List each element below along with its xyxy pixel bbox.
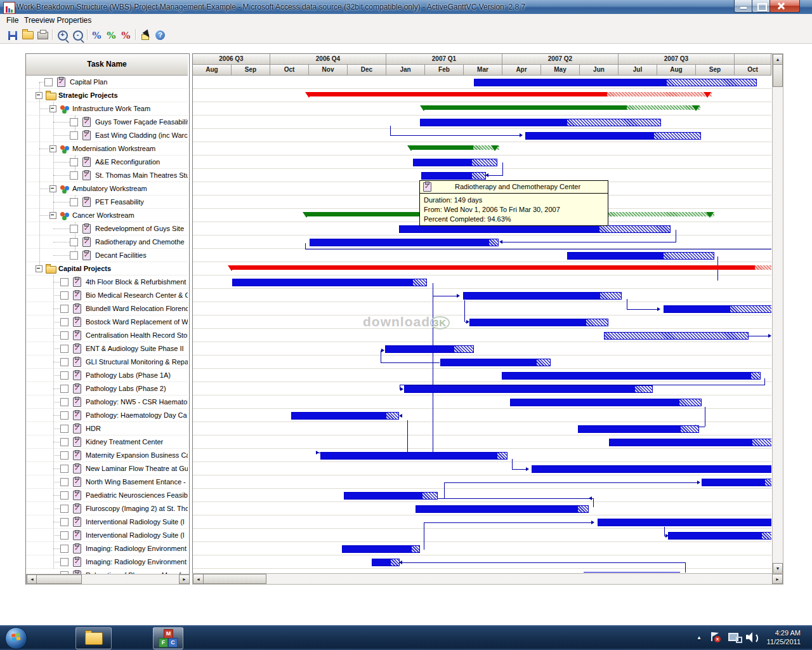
task-row[interactable]: PET Feasability (26, 196, 188, 209)
task-row[interactable]: 4th Floor Block & Refurbishment (26, 275, 188, 289)
task-checkbox[interactable] (60, 491, 69, 500)
gantt-vscroll-thumb[interactable] (773, 64, 783, 87)
task-row[interactable]: Modernisation Workstream (26, 142, 188, 156)
gantt-task-bar[interactable] (421, 172, 486, 180)
gantt-task-bar[interactable] (510, 399, 702, 406)
gantt-task-bar[interactable] (420, 119, 661, 126)
task-checkbox[interactable] (60, 531, 69, 540)
print-button[interactable] (36, 28, 50, 43)
help-button[interactable]: ? (153, 28, 167, 43)
gantt-task-bar[interactable] (385, 345, 474, 353)
task-row[interactable]: Interventional Radiology Suite (I (26, 515, 188, 529)
task-row[interactable]: Relocation of Pharmacy Manufact (26, 569, 188, 574)
gantt-task-bar[interactable] (416, 505, 589, 513)
open-button[interactable] (20, 28, 35, 43)
save-button[interactable] (5, 28, 20, 43)
task-row[interactable]: North Wing Basement Entance - F (26, 475, 188, 489)
task-row[interactable]: East Wing Cladding (inc Warc (26, 129, 188, 142)
action-center-flag-icon[interactable]: x (710, 632, 722, 643)
gantt-summary-bar[interactable] (309, 92, 712, 96)
task-row[interactable]: Imaging: Radiology Environment (26, 542, 188, 555)
task-row[interactable]: A&E Reconfiguration (26, 156, 188, 169)
gantt-task-bar[interactable] (469, 319, 608, 326)
task-row[interactable]: Infrastructure Work Team (26, 102, 188, 116)
task-checkbox[interactable] (60, 465, 69, 473)
percent-complete-blue-button[interactable]: % (89, 28, 104, 43)
task-row[interactable]: ENT & Audiology Suite Phase II (26, 342, 188, 355)
task-checkbox[interactable] (70, 198, 78, 206)
gantt-task-bar[interactable] (399, 225, 671, 233)
gantt-task-bar[interactable] (463, 292, 622, 300)
task-checkbox[interactable] (60, 451, 69, 460)
gantt-task-bar[interactable] (320, 452, 508, 460)
gantt-scroll-up-button[interactable]: ▲ (773, 54, 783, 65)
task-row[interactable]: Capital Plan (26, 76, 188, 89)
gantt-vertical-scrollbar[interactable]: ▲ ▼ (772, 53, 783, 574)
task-row[interactable]: Strategic Projects (26, 89, 188, 102)
task-checkbox[interactable] (60, 291, 69, 300)
task-checkbox[interactable] (70, 118, 78, 126)
task-checkbox[interactable] (60, 505, 69, 513)
task-row[interactable]: Centralisation Health Record Stor (26, 329, 188, 342)
task-row[interactable]: Pathology: NW5 - CSR Haematolo (26, 395, 188, 409)
speaker-icon[interactable] (746, 632, 759, 643)
task-checkbox[interactable] (60, 545, 69, 553)
task-checkbox[interactable] (60, 331, 69, 340)
gantt-summary-bar[interactable] (411, 145, 499, 150)
gantt-scroll-right-button[interactable]: ► (772, 574, 783, 584)
gantt-task-bar[interactable] (404, 385, 653, 393)
task-row[interactable]: Fluroscopy (Imaging 2) at St. Tho (26, 502, 188, 515)
task-checkbox[interactable] (70, 158, 78, 166)
task-row[interactable]: Guys Tower Façade Feasabilit (26, 116, 188, 129)
gantt-task-bar[interactable] (702, 479, 771, 486)
task-row[interactable]: HDR (26, 422, 188, 435)
task-row[interactable]: Ambulatory Workstream (26, 182, 188, 196)
task-row[interactable]: Redevelopment of Guys Site (26, 222, 188, 235)
gantt-hscroll-thumb[interactable] (203, 574, 266, 584)
task-row[interactable]: New Laminar Flow Theatre at Guy (26, 462, 188, 475)
gantt-task-bar[interactable] (413, 159, 497, 166)
tree-expand-toggle[interactable] (49, 105, 56, 112)
task-row[interactable]: Kidney Treatment Center (26, 435, 188, 449)
gantt-summary-bar[interactable] (424, 105, 700, 110)
tree-expand-toggle[interactable] (49, 145, 56, 152)
network-icon[interactable] (728, 632, 741, 643)
task-checkbox[interactable] (60, 425, 69, 433)
task-row[interactable]: Decant Facilities (26, 249, 188, 262)
tree-scroll-thumb[interactable] (36, 574, 82, 584)
gantt-task-bar[interactable] (474, 79, 757, 86)
start-button[interactable] (5, 627, 27, 649)
zoom-out-button[interactable]: - (70, 28, 85, 43)
task-row[interactable]: Paediatric Neurosciences Feasibili (26, 489, 188, 502)
gantt-task-bar[interactable] (232, 279, 427, 286)
gantt-task-bar[interactable] (525, 132, 701, 140)
percent-complete-red-button[interactable]: % (119, 28, 133, 43)
task-row[interactable]: Bostock Ward Replacement of W (26, 315, 188, 329)
task-checkbox[interactable] (70, 171, 78, 180)
task-checkbox[interactable] (60, 518, 69, 526)
gantt-task-bar[interactable] (291, 412, 399, 420)
gantt-task-bar[interactable] (567, 252, 714, 260)
task-checkbox[interactable] (60, 478, 69, 486)
task-checkbox[interactable] (60, 318, 69, 326)
task-checkbox[interactable] (60, 438, 69, 446)
gantt-task-bar[interactable] (502, 372, 761, 380)
maximize-button[interactable] (752, 0, 771, 13)
gantt-scroll-left-button[interactable]: ◄ (193, 574, 204, 584)
gantt-task-bar[interactable] (342, 545, 420, 553)
windows-explorer-button[interactable] (75, 627, 112, 649)
tray-expand-icon[interactable]: ▲ (697, 633, 702, 642)
task-row[interactable]: Capital Projects (26, 262, 188, 275)
task-checkbox[interactable] (70, 251, 78, 260)
task-row[interactable]: St. Thomas Main Theatres Stu (26, 169, 188, 182)
gantt-scroll-down-button[interactable]: ▼ (773, 563, 783, 574)
task-row[interactable]: Blundell Ward Relocation Florenc (26, 302, 188, 315)
task-checkbox[interactable] (60, 358, 69, 366)
menu-file[interactable]: File (3, 15, 22, 25)
task-checkbox[interactable] (70, 238, 78, 246)
tree-expand-toggle[interactable] (36, 265, 43, 272)
gantt-horizontal-scrollbar[interactable]: ◄ ► (192, 573, 783, 585)
task-row[interactable]: GLI Structural Monitoring & Repai (26, 355, 188, 369)
task-checkbox[interactable] (60, 558, 69, 566)
gantt-summary-bar[interactable] (232, 265, 771, 270)
